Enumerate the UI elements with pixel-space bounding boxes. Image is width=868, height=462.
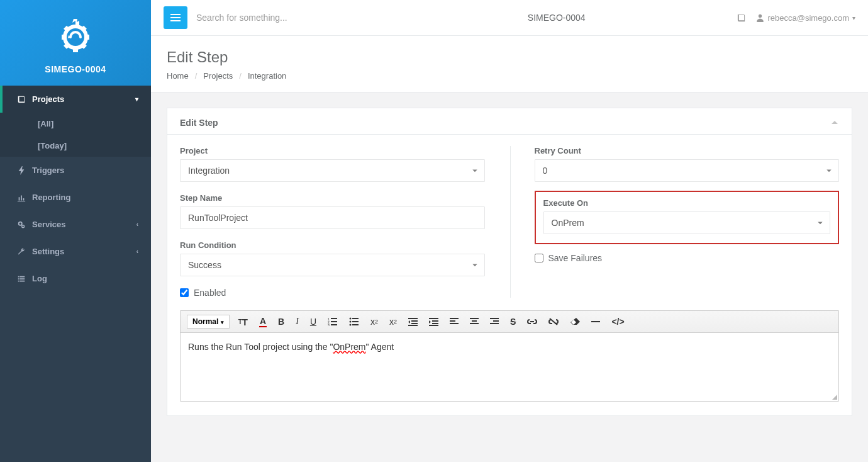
unordered-list-icon[interactable]	[347, 316, 362, 327]
executeon-select[interactable]: OnPrem	[543, 211, 831, 234]
nav-link-log[interactable]: Log	[0, 265, 151, 292]
collapse-icon[interactable]	[830, 118, 839, 127]
project-select[interactable]: Integration	[180, 159, 485, 182]
panel-header: Edit Step	[167, 108, 852, 135]
hr-icon[interactable]	[589, 319, 603, 324]
book-icon	[16, 95, 27, 104]
svg-rect-34	[450, 318, 459, 319]
svg-rect-32	[432, 323, 438, 324]
user-email: rebecca@simego.com	[767, 13, 849, 23]
format-select[interactable]: Normal ▾	[187, 315, 230, 329]
executeon-label: Execute On	[543, 198, 831, 208]
brand-logo	[55, 16, 96, 56]
caret-down-icon: ▾	[852, 14, 855, 21]
svg-rect-26	[408, 318, 418, 319]
svg-rect-25	[352, 324, 359, 325]
chevron-left-icon: ‹	[136, 248, 138, 255]
brand-name: SIMEGO-0004	[0, 64, 151, 74]
breadcrumb-current: Integration	[248, 71, 286, 81]
svg-rect-3	[73, 47, 78, 52]
fontcolor-icon[interactable]: A	[257, 315, 269, 329]
page-heading: Edit Step Home Projects Integration	[151, 36, 868, 93]
nav-link-reporting[interactable]: Reporting	[0, 184, 151, 211]
wrench-icon	[16, 247, 27, 256]
svg-rect-17	[331, 321, 337, 322]
cogs-icon	[16, 220, 27, 229]
breadcrumb-projects[interactable]: Projects	[203, 71, 233, 81]
nav-link-today[interactable]: [Today]	[0, 135, 151, 157]
svg-rect-37	[470, 318, 479, 319]
stepname-label: Step Name	[180, 193, 485, 203]
runcondition-label: Run Condition	[180, 240, 485, 250]
content: Edit Step Project Integration	[151, 93, 868, 431]
svg-point-24	[350, 324, 352, 326]
link-icon[interactable]	[525, 317, 540, 326]
svg-rect-12	[170, 20, 181, 21]
subscript-icon[interactable]: x2	[368, 315, 381, 328]
svg-rect-10	[170, 14, 181, 15]
nav-link-projects[interactable]: Projects ▾	[0, 86, 151, 113]
main: SIMEGO-0004 rebecca@simego.com ▾ Edit St…	[151, 0, 868, 462]
svg-point-22	[350, 321, 352, 323]
outdent-icon[interactable]	[406, 317, 420, 327]
eraser-icon[interactable]	[567, 317, 582, 327]
svg-rect-44	[591, 321, 600, 322]
rich-editor: Normal ▾ TT A B I U 123 x2 x2	[180, 310, 839, 402]
align-center-icon[interactable]	[467, 317, 481, 327]
nav-link-settings[interactable]: Settings ‹	[0, 238, 151, 265]
nav-item-projects: Projects ▾ [All] [Today]	[0, 86, 151, 157]
retrycount-select[interactable]: 0	[535, 159, 840, 182]
svg-rect-31	[432, 320, 438, 322]
editor-body[interactable]: Runs the Run Tool project using the "OnP…	[181, 333, 838, 396]
svg-rect-29	[408, 325, 418, 326]
execute-on-highlight: Execute On OnPrem	[535, 191, 840, 244]
indent-icon[interactable]	[426, 317, 441, 327]
ordered-list-icon[interactable]: 123	[325, 316, 340, 327]
hamburger-button[interactable]	[164, 6, 187, 29]
unlink-icon[interactable]	[546, 317, 561, 327]
italic-icon[interactable]: I	[293, 315, 301, 328]
svg-point-20	[350, 318, 352, 320]
bolt-icon	[16, 166, 27, 175]
editor-toolbar: Normal ▾ TT A B I U 123 x2 x2	[181, 311, 838, 333]
stepname-input[interactable]	[180, 206, 485, 229]
search-input[interactable]	[187, 8, 376, 28]
resize-handle[interactable]	[181, 396, 838, 401]
svg-rect-33	[429, 325, 438, 326]
align-left-icon[interactable]	[447, 317, 461, 327]
underline-icon[interactable]: U	[308, 315, 319, 328]
nav-label-projects: Projects	[32, 94, 64, 104]
code-icon[interactable]: </>	[609, 315, 626, 328]
docs-link[interactable]	[737, 13, 746, 23]
form-right: Retry Count 0 Execute On OnPrem	[510, 146, 840, 298]
svg-rect-36	[450, 323, 459, 324]
superscript-icon[interactable]: x2	[387, 315, 399, 328]
nav-link-triggers[interactable]: Triggers	[0, 157, 151, 184]
panel-title: Edit Step	[180, 118, 218, 128]
retrycount-label: Retry Count	[535, 146, 840, 155]
bold-icon[interactable]: B	[275, 315, 287, 328]
strike-icon[interactable]: S	[508, 315, 518, 328]
savefailures-checkbox[interactable]	[535, 254, 543, 262]
nav-sub-projects: [All] [Today]	[0, 113, 151, 157]
runcondition-select[interactable]: Success	[180, 254, 485, 276]
svg-rect-41	[493, 320, 499, 322]
project-label: Project	[180, 146, 485, 155]
edit-step-panel: Edit Step Project Integration	[167, 108, 852, 416]
svg-point-8	[19, 222, 22, 225]
sidebar: SIMEGO-0004 Projects ▾ [All] [Today] Tri…	[0, 0, 151, 462]
topbar-title: SIMEGO-0004	[376, 13, 737, 23]
nav-link-all[interactable]: [All]	[0, 113, 151, 135]
nav-link-services[interactable]: Services ‹	[0, 211, 151, 238]
svg-rect-40	[490, 318, 499, 319]
nav-list: Projects ▾ [All] [Today] Triggers Report…	[0, 86, 151, 292]
enabled-checkbox[interactable]	[180, 288, 189, 297]
align-right-icon[interactable]	[487, 317, 501, 327]
fontsize-icon[interactable]: TT	[236, 315, 250, 329]
user-menu[interactable]: rebecca@simego.com ▾	[756, 13, 855, 23]
svg-rect-23	[352, 321, 359, 322]
svg-rect-35	[450, 320, 455, 322]
breadcrumb-home[interactable]: Home	[167, 71, 189, 81]
savefailures-label: Save Failures	[548, 253, 603, 263]
svg-rect-39	[470, 323, 479, 324]
